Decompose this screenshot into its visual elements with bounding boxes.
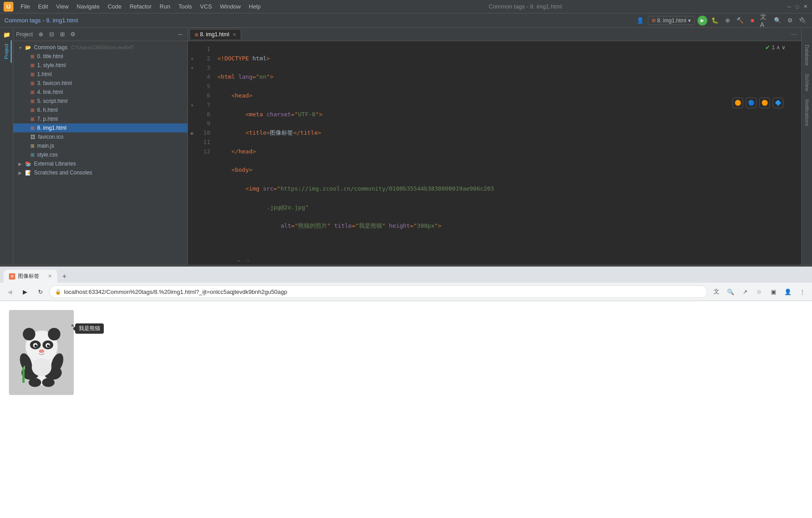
menu-window[interactable]: Window — [217, 2, 244, 11]
edge-browser-icon[interactable]: 🔷 — [773, 98, 783, 108]
scratches-icon: 📝 — [25, 170, 31, 176]
browser-forward-button[interactable]: ▶ — [19, 285, 31, 298]
browser-content: ↖ 我是熊猫 — [0, 301, 812, 518]
tree-item-0title[interactable]: ⊞ 0. title.html — [13, 52, 187, 61]
menu-file[interactable]: File — [17, 2, 34, 11]
add-icon[interactable]: ⊕ — [36, 30, 45, 39]
line-numbers: 12345 6789 101112 — [196, 45, 214, 261]
menu-edit[interactable]: Edit — [34, 2, 51, 11]
js-icon: ⊞ — [30, 143, 34, 149]
stop-button[interactable]: ■ — [748, 16, 757, 25]
tree-item-1html[interactable]: ⊞ 1.html — [13, 70, 187, 79]
menu-vcs[interactable]: VCS — [196, 2, 216, 11]
browser-tab-label: 图像标签 — [18, 272, 39, 280]
html-icon-4: ⊞ — [30, 89, 34, 95]
html-icon-0: ⊞ — [30, 54, 34, 59]
left-vtabs: 📁 Project — [0, 28, 13, 265]
menu-code[interactable]: Code — [104, 2, 125, 11]
maximize-button[interactable]: □ — [794, 4, 800, 10]
breadcrumb-file[interactable]: 8. img1.html — [46, 17, 78, 24]
tree-item-external[interactable]: ▶ 📚 External Libraries — [13, 159, 187, 168]
breadcrumb-common-tags[interactable]: Common tags — [4, 17, 41, 24]
file-label-8: 8. img1.html — [37, 125, 66, 131]
html-icon-2: ⊞ — [30, 72, 34, 77]
expand-all-icon[interactable]: ⊞ — [58, 30, 67, 39]
zoom-icon[interactable]: 🔍 — [724, 285, 737, 298]
vtab-project[interactable]: Project — [2, 40, 12, 63]
tree-item-mainjs[interactable]: ⊞ main.js — [13, 141, 187, 150]
tree-item-scratches[interactable]: ▶ 📝 Scratches and Consoles — [13, 168, 187, 177]
profile-icon[interactable]: 👤 — [782, 285, 794, 298]
close-button[interactable]: ✕ — [802, 4, 808, 10]
split-view-icon[interactable]: ▣ — [767, 285, 780, 298]
fold-arrow-2[interactable]: ▾ — [188, 54, 196, 64]
new-tab-button[interactable]: + — [58, 270, 71, 283]
fold-arrow-3[interactable]: ▾ — [188, 64, 196, 73]
editor-tab-active[interactable]: ⊞ 8. img1.html ✕ — [190, 29, 241, 39]
translate-icon[interactable]: 文A — [760, 16, 770, 25]
checkmark-icon: ✔ — [765, 44, 770, 51]
settings-icon[interactable]: ⚙ — [785, 16, 795, 25]
menu-navigate[interactable]: Navigate — [73, 2, 103, 11]
translate-page-icon[interactable]: 文 — [710, 285, 723, 298]
bookmark-icon[interactable]: ☆ — [753, 285, 765, 298]
rvtab-sciview[interactable]: SciView — [803, 70, 811, 95]
build-button[interactable]: 🔨 — [735, 16, 745, 25]
fold-arrow-7[interactable]: ▾ — [188, 101, 196, 110]
more-options-icon[interactable]: ⋮ — [796, 285, 808, 298]
svg-point-5 — [48, 328, 60, 340]
tree-item-6h[interactable]: ⊞ 6. h.html — [13, 106, 187, 115]
svg-point-13 — [48, 344, 49, 345]
tree-root-folder[interactable]: ▾ 📂 Common tags C:\Users\13600\front end… — [13, 43, 187, 52]
browser-tabs-bar: ⊞ 图像标签 ✕ + — [0, 267, 812, 283]
rvtab-notifications[interactable]: Notifications — [803, 96, 811, 130]
menu-help[interactable]: Help — [245, 2, 264, 11]
url-bar[interactable]: 🔒 localhost:63342/Common%20tags/8.%20img… — [49, 285, 707, 298]
menu-view[interactable]: View — [52, 2, 72, 11]
tree-item-stylecss[interactable]: ⊞ style.css — [13, 150, 187, 159]
nav-bar: Common tags › 8. img1.html 👤 ⊞ 8. img1.h… — [0, 13, 812, 28]
tree-item-5script[interactable]: ⊞ 5. script.html — [13, 97, 187, 106]
tree-item-3favicon[interactable]: ⊞ 3. favicon.html — [13, 79, 187, 88]
search-icon[interactable]: 🔍 — [773, 16, 782, 25]
firefox-browser-icon[interactable]: 🟠 — [759, 98, 770, 108]
tab-more-button[interactable]: ⋯ — [788, 31, 799, 38]
tree-item-favicon[interactable]: 🖼 favicon.ico — [13, 132, 187, 141]
tab-close-button[interactable]: ✕ — [233, 32, 236, 37]
browser-reload-button[interactable]: ↻ — [34, 285, 47, 298]
nav-up-icon[interactable]: ∧ — [776, 44, 780, 51]
html-icon-3: ⊞ — [30, 81, 34, 86]
settings-sidebar-icon[interactable]: ⚙ — [68, 30, 77, 39]
browser-back-button[interactable]: ◀ — [4, 285, 16, 298]
tree-item-7p[interactable]: ⊞ 7. p.html — [13, 115, 187, 123]
minimize-button[interactable]: ─ — [786, 4, 792, 10]
menu-tools[interactable]: Tools — [175, 2, 196, 11]
svg-point-11 — [47, 344, 50, 347]
code-editor[interactable]: <!DOCTYPE html> <html lang="en"> <head> … — [214, 45, 801, 261]
collapse-all-icon[interactable]: ⊟ — [47, 30, 56, 39]
debug-button[interactable]: 🐛 — [710, 16, 720, 25]
tree-item-1style[interactable]: ⊞ 1. style.html — [13, 61, 187, 70]
svg-point-4 — [23, 328, 35, 340]
run-button[interactable]: ▶ — [697, 16, 707, 25]
nav-down-icon[interactable]: ∨ — [782, 44, 786, 51]
jetbrains-browser-icon[interactable]: 🟠 — [732, 98, 743, 108]
close-sidebar-icon[interactable]: ─ — [176, 30, 185, 39]
file-label-2: 1.html — [37, 71, 52, 77]
run-config-selector[interactable]: ⊞ 8. img1.html ▾ — [648, 16, 695, 25]
account-icon[interactable]: 👤 — [635, 16, 645, 25]
menu-run[interactable]: Run — [156, 2, 174, 11]
tree-item-4link[interactable]: ⊞ 4. link.html — [13, 88, 187, 97]
chrome-browser-icon[interactable]: 🔵 — [746, 98, 757, 108]
share-icon[interactable]: ↗ — [739, 285, 751, 298]
svg-point-21 — [32, 358, 51, 376]
project-folder-icon[interactable]: 📁 — [2, 30, 12, 39]
browser-tab-close[interactable]: ✕ — [48, 273, 52, 279]
browser-tab-active[interactable]: ⊞ 图像标签 ✕ — [4, 270, 57, 283]
tree-item-8img1[interactable]: ⊞ 8. img1.html — [13, 123, 187, 132]
menu-refactor[interactable]: Refactor — [126, 2, 155, 11]
plugin-icon[interactable]: 🔌 — [798, 16, 808, 25]
breadcrumb: Common tags › 8. img1.html — [4, 17, 78, 24]
coverage-button[interactable]: ⊕ — [723, 16, 732, 25]
rvtab-database[interactable]: Database — [803, 41, 811, 69]
